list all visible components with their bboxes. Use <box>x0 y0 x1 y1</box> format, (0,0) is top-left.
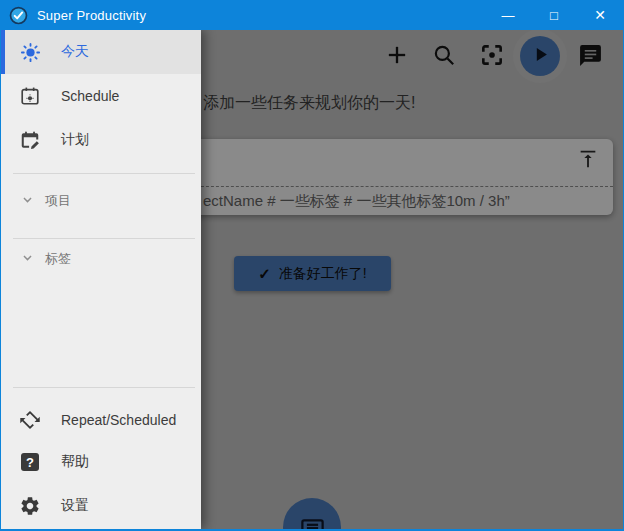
sidebar-item-help[interactable]: ? 帮助 <box>1 440 201 484</box>
chevron-down-icon <box>19 249 36 269</box>
sidebar-item-label: Schedule <box>61 88 119 104</box>
window-title: Super Productivity <box>37 8 485 23</box>
sidebar-item-settings[interactable]: 设置 <box>1 484 201 528</box>
sidebar-item-label: 设置 <box>61 497 89 515</box>
titlebar: Super Productivity — □ ✕ <box>1 0 623 30</box>
app-window: Super Productivity — □ ✕ <box>0 0 624 531</box>
gear-icon <box>18 495 42 517</box>
sidebar-divider <box>13 387 195 388</box>
app-logo-icon <box>9 6 28 25</box>
close-button[interactable]: ✕ <box>577 0 623 30</box>
calendar-schedule-icon <box>18 85 42 107</box>
sun-icon <box>18 41 42 64</box>
sidebar-item-plan[interactable]: 计划 <box>1 118 201 162</box>
sidebar: 今天 Schedule <box>1 30 201 529</box>
sidebar-item-label: Repeat/Scheduled <box>61 412 176 428</box>
sidebar-item-repeat-scheduled[interactable]: Repeat/Scheduled <box>1 398 201 442</box>
sidebar-item-today[interactable]: 今天 <box>1 30 201 74</box>
sidebar-item-label: 帮助 <box>61 453 89 471</box>
sidebar-item-label: 计划 <box>61 131 89 149</box>
sidebar-divider <box>13 173 195 174</box>
repeat-icon <box>18 409 42 431</box>
maximize-button[interactable]: □ <box>531 0 577 30</box>
app-body: 添加一些任务来规划你的一天! ectName # 一些标签 # 一些其他标签10… <box>1 30 623 529</box>
minimize-button[interactable]: — <box>485 0 531 30</box>
chevron-down-icon <box>19 191 36 211</box>
sidebar-section-tags[interactable]: 标签 <box>1 239 201 279</box>
sidebar-item-schedule[interactable]: Schedule <box>1 74 201 118</box>
calendar-edit-icon <box>18 129 42 151</box>
sidebar-item-label: 今天 <box>61 43 89 61</box>
help-icon: ? <box>18 453 42 471</box>
sidebar-section-projects[interactable]: 项目 <box>1 181 201 221</box>
sidebar-section-label: 项目 <box>45 192 71 210</box>
sidebar-section-label: 标签 <box>45 250 71 268</box>
